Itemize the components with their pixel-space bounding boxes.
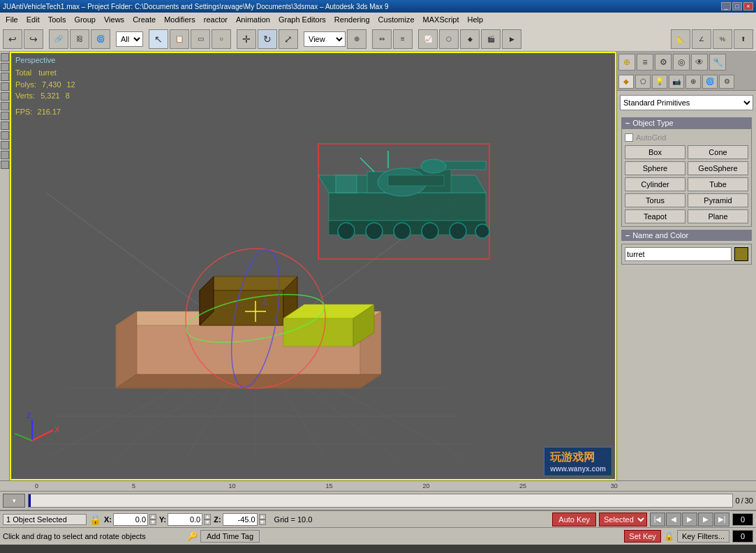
y-spinner-up[interactable]: ▲ xyxy=(204,514,211,519)
z-spinner-up[interactable]: ▲ xyxy=(259,514,266,519)
minimize-button[interactable]: _ xyxy=(721,2,731,10)
pyramid-button[interactable]: Pyramid xyxy=(688,193,748,207)
left-tool-1[interactable] xyxy=(1,53,9,61)
bind-to-space-warp[interactable]: 🌀 xyxy=(91,29,110,49)
torus-button[interactable]: Torus xyxy=(625,193,685,207)
left-tool-6[interactable] xyxy=(1,102,9,110)
menu-animation[interactable]: Animation xyxy=(232,14,274,25)
tube-button[interactable]: Tube xyxy=(688,177,748,191)
viewport[interactable]: Perspective Total turret Polys: 7,430 12… xyxy=(10,52,616,480)
primitives-dropdown[interactable]: Standard Primitives Extended Primitives … xyxy=(620,95,753,110)
cylinder-button[interactable]: Cylinder xyxy=(625,177,685,191)
select-by-name-button[interactable]: 📋 xyxy=(170,29,189,49)
x-spinner[interactable]: ▲ ▼ xyxy=(149,514,156,525)
frame-display[interactable] xyxy=(732,530,753,543)
maximize-button[interactable]: □ xyxy=(732,2,742,10)
redo-button[interactable]: ↪ xyxy=(24,29,43,49)
name-color-collapse[interactable]: – xyxy=(625,231,630,239)
schematic-view-button[interactable]: ⬡ xyxy=(439,29,459,49)
spinner-snap[interactable]: ⬆ xyxy=(734,29,753,49)
z-spinner[interactable]: ▲ ▼ xyxy=(259,514,266,525)
rectangular-selection-button[interactable]: ▭ xyxy=(191,29,210,49)
x-spinner-up[interactable]: ▲ xyxy=(149,514,156,519)
left-tool-12[interactable] xyxy=(1,161,9,169)
tab-display[interactable]: 👁 xyxy=(691,54,708,71)
y-input[interactable] xyxy=(168,513,202,526)
selection-filter[interactable]: All xyxy=(116,31,143,47)
window-controls[interactable]: _ □ × xyxy=(721,2,753,10)
scale-button[interactable]: ⤢ xyxy=(279,29,298,49)
material-editor-button[interactable]: ◆ xyxy=(460,29,480,49)
menu-modifiers[interactable]: Modifiers xyxy=(160,14,200,25)
left-tool-4[interactable] xyxy=(1,82,9,91)
left-tool-2[interactable] xyxy=(1,63,9,71)
render-scene-button[interactable]: 🎬 xyxy=(481,29,501,49)
menu-customize[interactable]: Customize xyxy=(374,14,419,25)
sub-tab-systems[interactable]: ⚙ xyxy=(719,75,734,89)
tab-motion[interactable]: ◎ xyxy=(673,54,690,71)
frame-number-input[interactable] xyxy=(732,513,753,526)
menu-reactor[interactable]: reactor xyxy=(200,14,232,25)
sub-tab-helpers[interactable]: ⊕ xyxy=(685,75,701,89)
undo-button[interactable]: ↩ xyxy=(3,29,22,49)
quick-render-button[interactable]: ▶ xyxy=(502,29,521,49)
add-time-tag-button[interactable]: Add Time Tag xyxy=(200,530,260,543)
autokey-button[interactable]: Auto Key xyxy=(552,513,596,526)
object-type-collapse[interactable]: – xyxy=(625,119,630,127)
left-tool-11[interactable] xyxy=(1,151,9,159)
left-tool-9[interactable] xyxy=(1,131,9,140)
move-button[interactable]: ✛ xyxy=(237,29,256,49)
tab-modify[interactable]: ≡ xyxy=(637,54,653,71)
tab-hierarchy[interactable]: ⚙ xyxy=(655,54,672,71)
next-frame-button[interactable]: ▶ xyxy=(698,513,713,526)
cone-button[interactable]: Cone xyxy=(688,145,748,159)
snap-toggle[interactable]: 📐 xyxy=(671,29,690,49)
y-spinner[interactable]: ▲ ▼ xyxy=(204,514,211,525)
mirror-button[interactable]: ⇔ xyxy=(372,29,392,49)
left-tool-7[interactable] xyxy=(1,112,9,120)
key-filters-button[interactable]: Key Filters... xyxy=(677,530,729,543)
align-button[interactable]: ≡ xyxy=(393,29,413,49)
sphere-button[interactable]: Sphere xyxy=(625,161,685,175)
set-key-button[interactable]: Set Key xyxy=(624,530,661,543)
unlink-button[interactable]: ⛓ xyxy=(70,29,89,49)
left-tool-8[interactable] xyxy=(1,121,9,130)
tab-utilities[interactable]: 🔧 xyxy=(709,54,726,71)
menu-tools[interactable]: Tools xyxy=(44,14,71,25)
left-tool-5[interactable] xyxy=(1,92,9,101)
timeline-track[interactable] xyxy=(28,494,733,508)
first-frame-button[interactable]: |◀ xyxy=(650,513,665,526)
select-link-button[interactable]: 🔗 xyxy=(49,29,68,49)
menu-graph-editors[interactable]: Graph Editors xyxy=(274,14,330,25)
object-name-input[interactable] xyxy=(625,247,732,261)
teapot-button[interactable]: Teapot xyxy=(625,209,685,223)
menu-edit[interactable]: Edit xyxy=(22,14,44,25)
sub-tab-geometry[interactable]: ◆ xyxy=(618,75,634,89)
rotate-button[interactable]: ↻ xyxy=(258,29,277,49)
box-button[interactable]: Box xyxy=(625,145,685,159)
menu-file[interactable]: File xyxy=(1,14,22,25)
y-spinner-down[interactable]: ▼ xyxy=(204,519,211,525)
reference-coord-system[interactable]: View xyxy=(304,31,346,47)
curve-editor-button[interactable]: 📈 xyxy=(418,29,438,49)
lock-icon[interactable]: 🔒 xyxy=(89,514,101,525)
menu-maxscript[interactable]: MAXScript xyxy=(419,14,464,25)
circular-selection-button[interactable]: ○ xyxy=(212,29,231,49)
plane-button[interactable]: Plane xyxy=(688,209,748,223)
last-frame-button[interactable]: ▶| xyxy=(714,513,729,526)
prev-frame-button[interactable]: ◀ xyxy=(666,513,681,526)
menu-help[interactable]: Help xyxy=(464,14,488,25)
play-button[interactable]: ▶ xyxy=(682,513,697,526)
sub-tab-cameras[interactable]: 📷 xyxy=(669,75,684,89)
menu-group[interactable]: Group xyxy=(70,14,100,25)
angle-snap-toggle[interactable]: ∠ xyxy=(692,29,711,49)
close-button[interactable]: × xyxy=(743,2,753,10)
color-swatch[interactable] xyxy=(734,247,748,261)
selected-dropdown[interactable]: Selected xyxy=(599,513,647,526)
tab-create[interactable]: ⊕ xyxy=(618,54,635,71)
z-spinner-down[interactable]: ▼ xyxy=(259,519,266,525)
select-object-button[interactable]: ↖ xyxy=(149,29,168,49)
menu-views[interactable]: Views xyxy=(100,14,128,25)
left-tool-10[interactable] xyxy=(1,141,9,149)
timeline-menu-button[interactable]: ▾ xyxy=(3,494,25,508)
